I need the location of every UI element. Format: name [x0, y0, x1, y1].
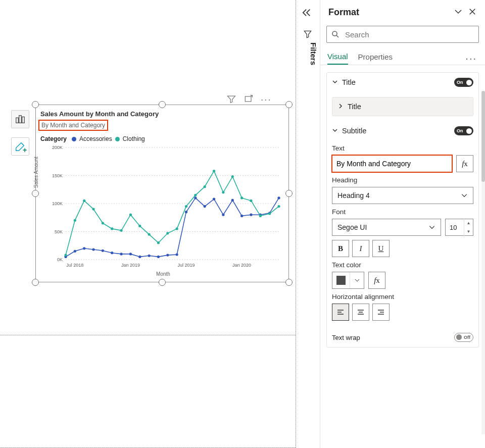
resize-handle[interactable] [285, 101, 293, 108]
align-right-button[interactable] [372, 304, 390, 321]
x-axis-label: Month [156, 271, 170, 277]
svg-text:150K: 150K [52, 173, 63, 178]
svg-point-41 [277, 196, 280, 199]
tab-properties[interactable]: Properties [358, 53, 393, 64]
underline-button[interactable]: U [372, 240, 390, 257]
svg-text:100K: 100K [52, 201, 63, 206]
align-left-button[interactable] [332, 304, 349, 321]
resize-handle[interactable] [159, 279, 166, 286]
title-card-header[interactable]: Title On [327, 73, 478, 92]
heading-select[interactable]: Heading 4 [332, 187, 473, 204]
text-wrap-toggle[interactable]: Off [454, 333, 473, 342]
svg-point-22 [102, 250, 104, 252]
resize-handle[interactable] [285, 190, 293, 197]
svg-text:50K: 50K [55, 229, 63, 234]
svg-text:Jul 2019: Jul 2019 [178, 263, 195, 268]
svg-point-49 [129, 214, 132, 216]
chart-legend: Category Accessories Clothing [40, 135, 145, 142]
svg-point-61 [240, 196, 243, 199]
svg-point-19 [74, 250, 76, 253]
svg-rect-0 [16, 118, 19, 123]
resize-handle[interactable] [32, 101, 39, 108]
chevron-down-icon [332, 78, 339, 86]
svg-point-30 [176, 253, 178, 256]
report-canvas[interactable]: + ··· Sales Amount by Month and Category… [0, 0, 296, 448]
funnel-icon[interactable] [303, 29, 313, 41]
resize-handle[interactable] [32, 279, 39, 286]
svg-rect-3 [245, 96, 251, 102]
font-family-select[interactable]: Segoe UI [332, 219, 441, 236]
collapse-chevrons-icon[interactable] [301, 8, 312, 20]
format-search-box[interactable] [326, 26, 479, 43]
subtitle-header[interactable]: Subtitle On [332, 121, 473, 140]
svg-point-59 [222, 191, 224, 193]
text-wrap-label: Text wrap [332, 334, 360, 341]
close-pane-icon[interactable] [468, 7, 477, 18]
svg-point-43 [74, 219, 76, 222]
svg-point-53 [166, 232, 169, 234]
title-inner-header[interactable]: Title [332, 97, 473, 116]
visual-fields-button[interactable] [11, 110, 29, 128]
y-axis-label: Sales Amount [33, 157, 39, 188]
resize-handle[interactable] [32, 190, 39, 197]
chart-subtitle-highlight: By Month and Category [38, 120, 108, 131]
chevron-down-icon[interactable] [350, 272, 364, 288]
svg-text:200K: 200K [52, 145, 63, 150]
font-size-input[interactable]: 10 ▲▼ [445, 219, 473, 236]
visual-format-button[interactable]: + [11, 137, 29, 156]
svg-point-66 [332, 31, 337, 36]
increment-icon[interactable]: ▲ [464, 219, 473, 227]
svg-text:Jan 2019: Jan 2019 [121, 263, 140, 268]
text-color-label: Text color [332, 261, 473, 269]
italic-button[interactable]: I [352, 240, 369, 257]
svg-point-34 [213, 198, 215, 201]
align-center-button[interactable] [352, 304, 369, 321]
canvas-splitter[interactable] [0, 335, 296, 335]
svg-point-64 [268, 212, 271, 215]
svg-point-26 [138, 256, 141, 258]
format-tabs: Visual Properties ··· [326, 52, 479, 65]
svg-point-27 [148, 255, 151, 257]
text-field-label: Text [332, 144, 473, 152]
title-toggle[interactable]: On [454, 78, 473, 87]
legend-swatch-clothing [115, 137, 120, 141]
text-color-select[interactable] [332, 272, 364, 289]
fx-button[interactable]: fx [456, 155, 473, 172]
scrollbar-thumb[interactable] [481, 91, 485, 182]
bold-button[interactable]: B [332, 240, 349, 257]
format-pane: Format Visual Properties ··· Title On [320, 0, 485, 448]
filters-label[interactable]: Filters [309, 42, 318, 65]
search-icon [331, 30, 340, 39]
search-input[interactable] [344, 30, 474, 39]
svg-point-60 [231, 175, 234, 178]
expand-pane-icon[interactable] [454, 7, 463, 18]
svg-text:Jan 2020: Jan 2020 [232, 263, 251, 268]
resize-handle[interactable] [159, 101, 166, 108]
svg-point-54 [176, 227, 178, 230]
resize-handle[interactable] [285, 279, 293, 286]
svg-point-45 [92, 208, 94, 211]
svg-point-21 [92, 248, 94, 251]
svg-point-62 [250, 200, 252, 202]
focus-mode-icon[interactable] [244, 94, 254, 106]
chevron-right-icon [337, 103, 345, 111]
pane-title: Format [328, 7, 359, 18]
subtitle-label: Subtitle [342, 127, 366, 135]
svg-point-50 [138, 225, 141, 227]
alignment-label: Horizontal alignment [332, 293, 473, 301]
subtitle-toggle[interactable]: On [454, 126, 473, 135]
svg-point-24 [120, 253, 122, 255]
svg-point-32 [194, 196, 197, 199]
more-options-icon[interactable]: ··· [261, 94, 272, 106]
fx-button[interactable]: fx [368, 272, 385, 289]
svg-point-36 [231, 199, 234, 202]
tab-visual[interactable]: Visual [327, 52, 348, 65]
tabs-more-icon[interactable]: ··· [465, 53, 479, 64]
subtitle-text-input[interactable] [332, 155, 452, 172]
svg-point-37 [240, 215, 243, 217]
decrement-icon[interactable]: ▼ [464, 227, 473, 236]
svg-point-47 [111, 227, 113, 230]
heading-field-label: Heading [332, 176, 473, 184]
svg-point-42 [64, 254, 67, 257]
filter-icon[interactable] [226, 94, 236, 106]
